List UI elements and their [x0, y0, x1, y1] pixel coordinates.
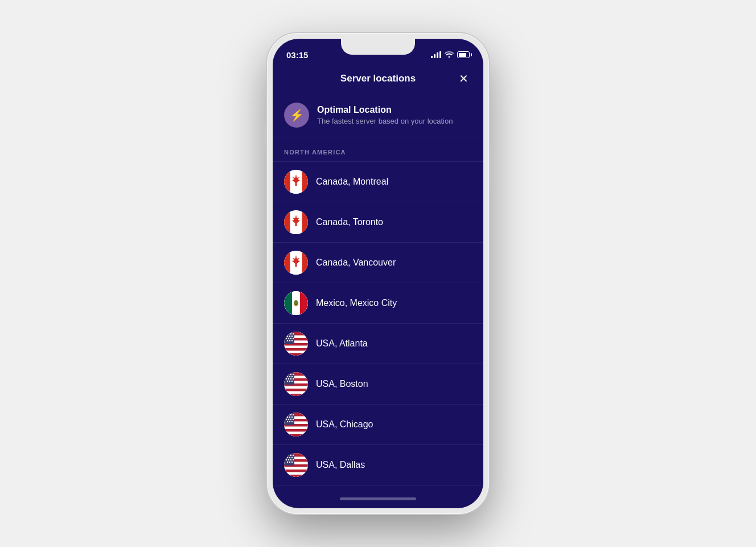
- server-name: USA, Atlanta: [316, 338, 368, 349]
- battery-icon: [457, 51, 470, 58]
- svg-rect-7: [295, 223, 297, 226]
- svg-point-47: [286, 374, 287, 375]
- svg-point-69: [288, 414, 289, 415]
- close-button[interactable]: ✕: [455, 70, 472, 87]
- list-item[interactable]: USA, Atlanta: [273, 323, 483, 364]
- svg-rect-1: [284, 170, 290, 194]
- svg-point-27: [288, 333, 289, 334]
- svg-rect-6: [302, 210, 309, 234]
- svg-point-32: [291, 336, 293, 337]
- svg-point-92: [293, 455, 294, 456]
- flag-usa: [284, 413, 308, 436]
- svg-rect-86: [284, 467, 308, 470]
- server-name: Mexico, Mexico City: [316, 298, 397, 308]
- flag-mexico: [284, 291, 308, 315]
- svg-point-54: [286, 378, 287, 379]
- svg-point-80: [289, 421, 290, 422]
- svg-point-52: [289, 376, 290, 377]
- optimal-location-item[interactable]: ⚡ Optimal Location The fastest server ba…: [273, 93, 483, 137]
- list-item[interactable]: Canada, Montreal: [273, 161, 483, 202]
- svg-point-76: [288, 419, 289, 420]
- list-item[interactable]: Mexico, Mexico City: [273, 283, 483, 323]
- svg-point-79: [287, 421, 288, 422]
- svg-point-18: [294, 300, 298, 304]
- svg-point-26: [286, 333, 287, 334]
- screen-header: Server locations ✕: [273, 64, 483, 93]
- server-name: Canada, Toronto: [316, 217, 383, 227]
- svg-rect-16: [300, 291, 308, 315]
- svg-point-95: [291, 457, 293, 458]
- svg-rect-5: [284, 210, 290, 234]
- flag-canada: [284, 170, 308, 194]
- svg-point-73: [289, 417, 290, 418]
- app-content: Server locations ✕ ⚡ Optimal Location Th…: [273, 64, 483, 508]
- svg-point-74: [291, 417, 293, 418]
- flag-usa: [284, 453, 308, 477]
- svg-point-89: [286, 455, 287, 456]
- svg-point-34: [288, 338, 289, 339]
- optimal-subtitle: The fastest server based on your locatio…: [317, 117, 453, 125]
- svg-rect-9: [284, 251, 290, 275]
- phone-screen: 03:15: [273, 39, 483, 508]
- svg-point-57: [293, 378, 294, 379]
- svg-point-60: [291, 381, 293, 382]
- phone-frame: 03:15: [267, 33, 489, 514]
- svg-point-30: [287, 336, 288, 337]
- svg-rect-24: [284, 351, 308, 354]
- list-item[interactable]: Canada, Vancouver: [273, 242, 483, 283]
- optimal-icon: ⚡: [284, 103, 309, 128]
- svg-point-102: [291, 462, 293, 463]
- flag-usa: [284, 332, 308, 356]
- list-item[interactable]: USA, Chicago: [273, 404, 483, 444]
- svg-point-58: [287, 381, 288, 382]
- svg-point-48: [288, 374, 289, 375]
- server-name: USA, Boston: [316, 379, 368, 389]
- home-indicator: [273, 489, 483, 508]
- svg-point-97: [288, 459, 289, 460]
- svg-point-93: [287, 457, 288, 458]
- svg-rect-87: [284, 472, 308, 475]
- svg-point-96: [286, 459, 287, 460]
- optimal-text: Optimal Location The fastest server base…: [317, 105, 453, 125]
- list-item[interactable]: USA, Boston: [273, 364, 483, 404]
- svg-rect-65: [284, 427, 308, 430]
- home-bar: [340, 497, 416, 500]
- svg-point-53: [291, 376, 293, 377]
- server-list[interactable]: ⚡ Optimal Location The fastest server ba…: [273, 93, 483, 489]
- flag-usa: [284, 372, 308, 396]
- optimal-title: Optimal Location: [317, 105, 453, 115]
- signal-icon: [431, 51, 441, 58]
- svg-rect-23: [284, 346, 308, 349]
- list-item[interactable]: USA, Dallas: [273, 444, 483, 485]
- flag-canada: [284, 210, 308, 234]
- section-header-north-america: NORTH AMERICA: [273, 137, 483, 161]
- svg-point-38: [289, 340, 290, 341]
- notch: [341, 39, 415, 55]
- svg-point-100: [287, 462, 288, 463]
- list-item[interactable]: USA, Gotham City Optimized for streaming…: [273, 485, 483, 489]
- wifi-icon: [445, 51, 454, 59]
- svg-point-101: [289, 462, 290, 463]
- screen-title: Server locations: [340, 73, 416, 84]
- svg-point-29: [293, 333, 294, 334]
- svg-point-36: [293, 338, 294, 339]
- svg-rect-3: [295, 183, 297, 186]
- svg-point-33: [286, 338, 287, 339]
- svg-point-77: [290, 419, 291, 420]
- svg-point-49: [290, 374, 291, 375]
- svg-point-90: [288, 455, 289, 456]
- lightning-icon: ⚡: [290, 108, 304, 122]
- svg-point-75: [286, 419, 287, 420]
- svg-point-68: [286, 414, 287, 415]
- server-name: Canada, Vancouver: [316, 258, 396, 268]
- server-name: USA, Chicago: [316, 419, 373, 430]
- svg-point-39: [291, 340, 293, 341]
- svg-point-71: [293, 414, 294, 415]
- svg-rect-14: [284, 291, 292, 315]
- svg-rect-66: [284, 432, 308, 435]
- svg-point-51: [287, 376, 288, 377]
- svg-point-91: [290, 455, 291, 456]
- server-name: USA, Dallas: [316, 460, 365, 470]
- status-time: 03:15: [286, 50, 308, 60]
- list-item[interactable]: Canada, Toronto: [273, 202, 483, 242]
